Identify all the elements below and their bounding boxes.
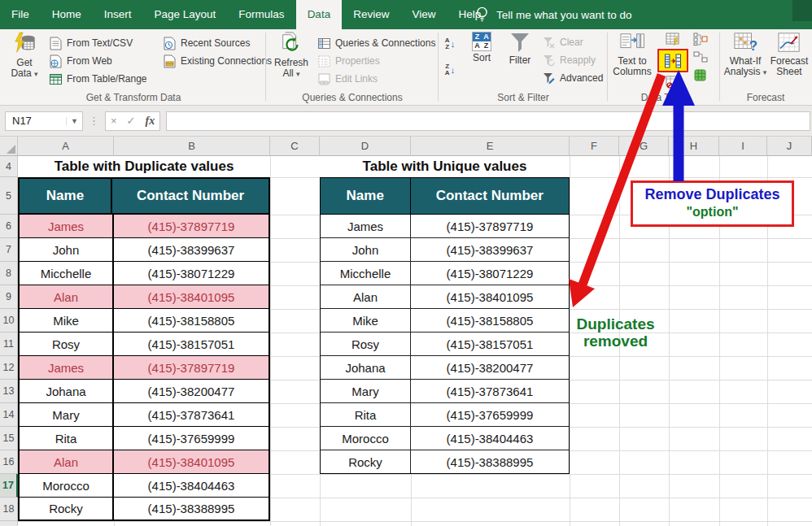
row-header[interactable]: 15: [0, 427, 18, 450]
ribbon-tab[interactable]: Formulas: [227, 0, 295, 29]
name-cell[interactable]: Johana: [321, 356, 411, 379]
name-cell[interactable]: Rocky: [20, 498, 114, 519]
name-cell[interactable]: Alan: [20, 285, 114, 308]
contact-cell[interactable]: (415)-38404463: [411, 427, 569, 450]
row-header[interactable]: 5: [0, 177, 18, 215]
contact-cell[interactable]: (415)-38200477: [114, 380, 268, 402]
name-cell[interactable]: Rita: [321, 403, 411, 426]
row-header[interactable]: 16: [0, 450, 18, 474]
header-name[interactable]: Name: [20, 179, 112, 213]
contact-cell[interactable]: (415)-38399637: [411, 238, 569, 261]
name-cell[interactable]: Rita: [20, 427, 114, 450]
row-header[interactable]: 11: [0, 333, 18, 356]
name-cell[interactable]: Morocco: [20, 474, 114, 497]
column-header[interactable]: C: [270, 137, 320, 156]
name-cell[interactable]: John: [20, 238, 114, 261]
header-contact-number[interactable]: Contact Number: [112, 179, 268, 213]
name-cell[interactable]: Rocky: [321, 450, 411, 473]
name-cell[interactable]: Mary: [20, 403, 114, 426]
row-header[interactable]: 9: [0, 285, 18, 309]
reapply-button[interactable]: Reapply: [542, 51, 603, 69]
queries-connections-button[interactable]: Queries & Connections: [317, 34, 435, 52]
sort-z-to-a-button[interactable]: ZA↓: [441, 62, 459, 78]
advanced-filter-button[interactable]: Advanced: [542, 69, 603, 87]
contact-cell[interactable]: (415)-38157051: [114, 333, 268, 355]
contact-cell[interactable]: (415)-38158805: [411, 309, 569, 332]
sort-button[interactable]: ZAAZ Sort: [465, 32, 498, 63]
contact-cell[interactable]: (415)-38404463: [114, 474, 268, 497]
column-header[interactable]: B: [114, 137, 270, 156]
name-cell[interactable]: Micchelle: [20, 262, 114, 285]
name-cell[interactable]: Mike: [321, 309, 411, 332]
contact-cell[interactable]: (415)-38158805: [114, 309, 268, 332]
column-header[interactable]: I: [719, 137, 767, 156]
column-header[interactable]: E: [411, 137, 570, 156]
row-header[interactable]: 4: [0, 156, 18, 177]
contact-cell[interactable]: (415)-37897719: [114, 215, 268, 237]
contact-cell[interactable]: (415)-37873641: [411, 380, 569, 402]
recent-sources-button[interactable]: Recent Sources: [163, 34, 272, 52]
sort-a-to-z-button[interactable]: AZ↓: [441, 36, 459, 52]
select-all-corner[interactable]: [0, 137, 18, 156]
what-if-analysis-button[interactable]: ? What-If Analysis ▾: [723, 32, 768, 78]
contact-cell[interactable]: (415)-38401095: [411, 285, 569, 308]
contact-cell[interactable]: (415)-38071229: [114, 262, 268, 285]
name-cell[interactable]: Morocco: [321, 427, 411, 450]
row-header[interactable]: 19: [0, 521, 18, 526]
row-header[interactable]: 18: [0, 498, 18, 521]
name-cell[interactable]: Mary: [321, 380, 411, 402]
consolidate-button[interactable]: [693, 33, 708, 49]
contact-cell[interactable]: (415)-37873641: [114, 403, 268, 426]
contact-cell[interactable]: (415)-37659999: [114, 427, 268, 450]
row-header[interactable]: 13: [0, 380, 18, 403]
column-header[interactable]: A: [18, 137, 114, 156]
refresh-all-button[interactable]: Refresh All ▾: [270, 32, 312, 80]
formula-bar-splitter[interactable]: ⋮: [89, 115, 99, 127]
column-header[interactable]: H: [669, 137, 719, 156]
header-contact-number[interactable]: Contact Number: [411, 178, 570, 214]
from-web-button[interactable]: From Web: [49, 52, 147, 70]
name-cell[interactable]: Rosy: [321, 333, 411, 355]
from-text-csv-button[interactable]: From Text/CSV: [49, 34, 147, 52]
data-validation-button[interactable]: [657, 74, 688, 90]
edit-links-button[interactable]: Edit Links: [317, 70, 435, 88]
name-cell[interactable]: Mike: [20, 309, 114, 332]
name-cell[interactable]: John: [321, 238, 411, 261]
ribbon-tab[interactable]: File: [0, 0, 41, 29]
flash-fill-button[interactable]: [657, 31, 688, 47]
name-cell[interactable]: Johana: [20, 380, 114, 402]
filter-button[interactable]: Filter: [501, 32, 539, 66]
name-cell[interactable]: James: [321, 215, 411, 237]
contact-cell[interactable]: (415)-37897719: [114, 356, 268, 379]
ribbon-tab[interactable]: Home: [41, 0, 93, 29]
existing-connections-button[interactable]: Existing Connections: [163, 52, 272, 70]
contact-cell[interactable]: (415)-38071229: [411, 262, 569, 285]
name-box[interactable]: N17 ▼: [5, 111, 83, 131]
name-cell[interactable]: Micchelle: [321, 262, 411, 285]
clear-filter-button[interactable]: Clear: [542, 33, 603, 51]
contact-cell[interactable]: (415)-37897719: [411, 215, 569, 237]
from-table-range-button[interactable]: From Table/Range: [49, 70, 147, 88]
row-header[interactable]: 7: [0, 238, 18, 262]
text-to-columns-button[interactable]: Text to Columns: [610, 32, 654, 77]
contact-cell[interactable]: (415)-38200477: [411, 356, 569, 379]
contact-cell[interactable]: (415)-38399637: [114, 238, 268, 261]
row-header[interactable]: 12: [0, 356, 18, 380]
enter-button[interactable]: ✓: [127, 115, 136, 127]
row-header[interactable]: 17: [0, 474, 18, 498]
ribbon-tab[interactable]: Insert: [93, 0, 143, 29]
forecast-sheet-button[interactable]: Forecast Sheet: [770, 32, 809, 77]
formula-input[interactable]: [166, 111, 810, 131]
row-header[interactable]: 6: [0, 215, 18, 238]
ribbon-tab[interactable]: Data: [296, 0, 343, 29]
row-header[interactable]: 10: [0, 309, 18, 333]
row-header[interactable]: 14: [0, 403, 18, 427]
contact-cell[interactable]: (415)-38388995: [411, 450, 569, 473]
contact-cell[interactable]: (415)-38388995: [114, 498, 268, 519]
column-header[interactable]: J: [767, 137, 812, 156]
name-cell[interactable]: James: [20, 215, 114, 237]
name-cell[interactable]: Alan: [321, 285, 411, 308]
properties-button[interactable]: Properties: [317, 52, 435, 70]
cancel-button[interactable]: ×: [111, 115, 117, 127]
tell-me-search[interactable]: Tell me what you want to do: [475, 0, 632, 29]
